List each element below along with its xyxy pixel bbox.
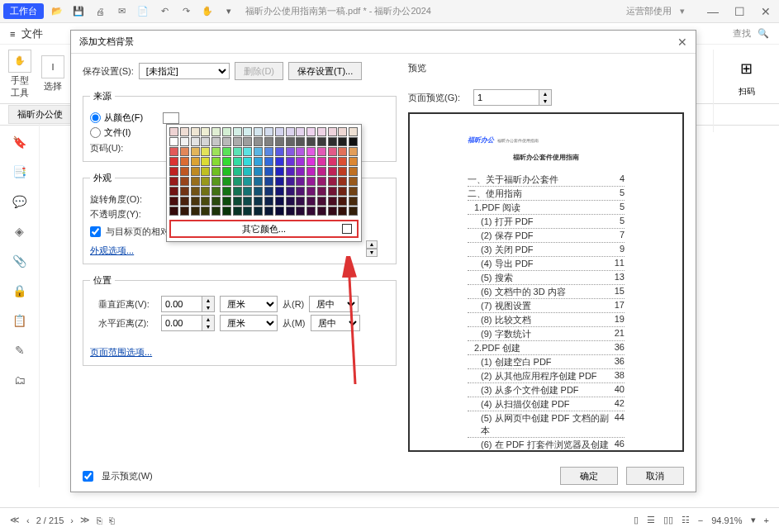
color-swatch[interactable] — [191, 187, 200, 196]
maximize-icon[interactable]: ☐ — [729, 5, 749, 18]
view-single-icon[interactable]: ▯ — [634, 515, 639, 525]
color-swatch[interactable] — [211, 207, 221, 216]
color-swatch[interactable] — [254, 167, 263, 176]
zoom-level[interactable]: 94.91% — [711, 515, 742, 525]
from-color-radio[interactable] — [90, 112, 101, 123]
color-swatch[interactable] — [296, 197, 305, 206]
color-swatch[interactable] — [306, 187, 316, 196]
color-swatch[interactable] — [243, 147, 252, 156]
color-swatch[interactable] — [328, 127, 337, 136]
color-swatch[interactable] — [180, 147, 189, 156]
color-swatch[interactable] — [275, 167, 284, 176]
form-icon[interactable]: 📋 — [12, 312, 28, 329]
color-swatch[interactable] — [201, 147, 210, 156]
email-icon[interactable]: ✉ — [115, 5, 128, 18]
color-swatch[interactable] — [275, 187, 284, 196]
color-swatch[interactable] — [317, 177, 326, 186]
color-swatch[interactable] — [254, 197, 263, 206]
view-cont-icon[interactable]: ☰ — [647, 515, 655, 525]
color-swatch[interactable] — [317, 197, 326, 206]
color-swatch[interactable] — [191, 197, 200, 206]
save-icon[interactable]: 💾 — [72, 5, 85, 18]
color-swatch[interactable] — [338, 187, 347, 196]
dept-dropdown-icon[interactable]: ▾ — [680, 6, 685, 17]
color-swatch[interactable] — [233, 197, 242, 206]
minimize-icon[interactable]: — — [703, 5, 723, 18]
color-swatch[interactable] — [191, 167, 200, 176]
color-swatch[interactable] — [180, 127, 189, 136]
color-swatch[interactable] — [243, 167, 252, 176]
color-swatch[interactable] — [338, 177, 347, 186]
color-swatch[interactable] — [191, 137, 200, 146]
color-swatch[interactable] — [306, 207, 316, 216]
color-swatch[interactable] — [254, 157, 263, 166]
rel-scale-checkbox[interactable] — [90, 226, 101, 237]
delete-button[interactable]: 删除(D) — [235, 62, 283, 80]
color-swatch[interactable] — [286, 137, 295, 146]
zoom-out-icon[interactable]: − — [698, 515, 703, 525]
color-swatch[interactable] — [169, 197, 178, 206]
redo-icon[interactable]: ↷ — [179, 5, 192, 18]
save-settings-button[interactable]: 保存设置(T)... — [288, 62, 362, 80]
vdist-unit-select[interactable]: 厘米 — [220, 296, 278, 312]
zoom-dropdown-icon[interactable]: ▾ — [751, 515, 756, 525]
color-swatch[interactable] — [328, 147, 337, 156]
color-swatch[interactable] — [306, 177, 316, 186]
color-swatch[interactable] — [275, 157, 284, 166]
color-swatch[interactable] — [222, 157, 231, 166]
doc-tab-1[interactable]: 福昕办公使 — [8, 105, 72, 124]
search-icon[interactable]: 🔍 — [758, 28, 769, 39]
color-swatch[interactable] — [306, 197, 316, 206]
bookmark-icon[interactable]: 🔖 — [12, 134, 28, 150]
color-swatch[interactable] — [296, 157, 305, 166]
color-swatch[interactable] — [328, 187, 337, 196]
color-swatch[interactable] — [264, 127, 273, 136]
pages-icon[interactable]: 📑 — [12, 164, 28, 180]
color-swatch[interactable] — [328, 207, 337, 216]
color-swatch[interactable] — [222, 197, 231, 206]
hamburger-icon[interactable]: ≡ — [10, 29, 15, 39]
color-swatch[interactable] — [264, 207, 273, 216]
color-swatch[interactable] — [328, 157, 337, 166]
color-swatch[interactable] — [264, 157, 273, 166]
color-swatch[interactable] — [180, 177, 189, 186]
color-swatch[interactable] — [243, 127, 252, 136]
color-swatch[interactable] — [201, 137, 210, 146]
color-swatch[interactable] — [254, 207, 263, 216]
color-swatch[interactable] — [328, 167, 337, 176]
color-swatch[interactable] — [254, 187, 263, 196]
color-swatch[interactable] — [233, 177, 242, 186]
search-label[interactable]: 查找 — [733, 27, 751, 40]
spin-up-icon[interactable]: ▲ — [202, 316, 214, 323]
color-swatch[interactable] — [306, 167, 316, 176]
color-swatch[interactable] — [254, 137, 263, 146]
color-swatch[interactable] — [264, 147, 273, 156]
hdist-input[interactable] — [161, 315, 202, 331]
page-num-input[interactable] — [473, 89, 539, 106]
color-swatch[interactable] — [349, 197, 358, 206]
color-swatch[interactable] — [254, 177, 263, 186]
color-swatch[interactable] — [317, 147, 326, 156]
color-swatch[interactable] — [349, 157, 358, 166]
color-swatch[interactable] — [338, 157, 347, 166]
color-swatch[interactable] — [180, 137, 189, 146]
color-swatch[interactable] — [338, 127, 347, 136]
portfolio-icon[interactable]: 🗂 — [12, 372, 28, 388]
color-swatch[interactable] — [328, 137, 337, 146]
color-swatch[interactable] — [222, 137, 231, 146]
color-swatch[interactable] — [201, 207, 210, 216]
color-swatch[interactable] — [180, 167, 189, 176]
spin-down-icon[interactable]: ▼ — [202, 304, 214, 311]
color-swatch[interactable] — [233, 187, 242, 196]
color-swatch[interactable] — [264, 167, 273, 176]
last-page-icon[interactable]: ≫ — [80, 515, 90, 525]
color-swatch[interactable] — [211, 197, 221, 206]
spin-down-icon[interactable]: ▼ — [202, 323, 214, 330]
color-swatch[interactable] — [349, 207, 358, 216]
color-swatch[interactable] — [180, 197, 189, 206]
color-swatch[interactable] — [201, 187, 210, 196]
color-swatch[interactable] — [169, 137, 178, 146]
prev-page-icon[interactable]: ‹ — [26, 515, 30, 525]
spin-down-icon[interactable]: ▼ — [366, 249, 378, 257]
color-swatch[interactable] — [275, 207, 284, 216]
